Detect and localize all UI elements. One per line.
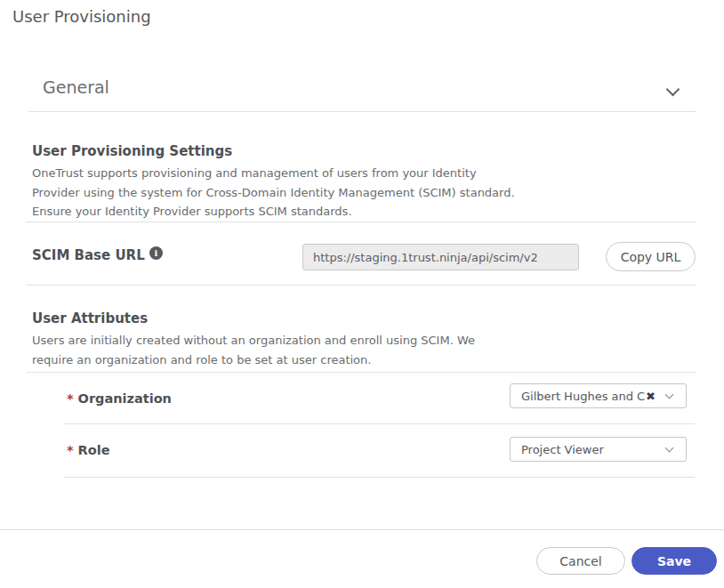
- divider: [26, 222, 696, 222]
- divider: [64, 477, 695, 478]
- divider: [64, 423, 695, 424]
- accordion-header-general[interactable]: General: [43, 77, 109, 97]
- info-icon[interactable]: i: [149, 246, 163, 260]
- required-marker: *: [67, 443, 74, 457]
- provisioning-settings-description: OneTrust supports provisioning and manag…: [32, 164, 515, 222]
- role-label-text: Role: [78, 443, 110, 457]
- chevron-down-icon[interactable]: [664, 391, 675, 401]
- user-provisioning-page: User Provisioning General User Provision…: [0, 0, 724, 588]
- required-marker: *: [67, 391, 74, 406]
- cancel-button[interactable]: Cancel: [536, 547, 625, 575]
- provisioning-settings-heading: User Provisioning Settings: [32, 143, 232, 159]
- save-button[interactable]: Save: [631, 547, 717, 575]
- description-line: Ensure your Identity Provider supports S…: [32, 202, 515, 222]
- divider: [26, 285, 696, 286]
- role-select[interactable]: Project Viewer: [510, 437, 687, 462]
- divider: [27, 372, 696, 373]
- chevron-down-icon[interactable]: [665, 83, 680, 97]
- page-title: User Provisioning: [12, 7, 151, 26]
- footer-divider: [0, 529, 724, 530]
- scim-base-url-input[interactable]: [302, 244, 579, 270]
- user-attributes-heading: User Attributes: [32, 310, 148, 326]
- description-line: Provider using the system for Cross-Doma…: [32, 183, 515, 203]
- description-line: require an organization and role to be s…: [32, 350, 475, 370]
- organization-select[interactable]: Gilbert Hughes and C... ✖: [510, 383, 687, 408]
- description-line: OneTrust supports provisioning and manag…: [32, 164, 515, 183]
- description-line: Users are initially created without an o…: [32, 331, 475, 350]
- copy-url-button[interactable]: Copy URL: [606, 242, 696, 271]
- clear-icon[interactable]: ✖: [646, 391, 656, 402]
- role-selected-value: Project Viewer: [511, 443, 664, 456]
- scim-base-url-label: SCIM Base URL: [32, 247, 145, 263]
- user-attributes-description: Users are initially created without an o…: [32, 331, 475, 369]
- chevron-down-icon[interactable]: [664, 444, 675, 455]
- divider: [28, 111, 696, 112]
- organization-label-text: Organization: [78, 391, 172, 406]
- role-label: *Role: [67, 443, 110, 457]
- organization-label: *Organization: [67, 391, 172, 406]
- organization-selected-value: Gilbert Hughes and C...: [511, 390, 646, 403]
